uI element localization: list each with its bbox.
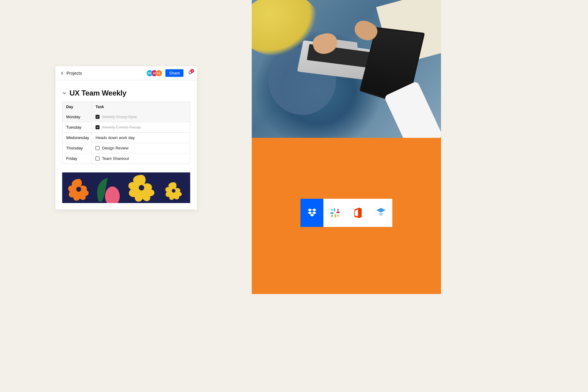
title-row: UX Team Weekly (55, 80, 197, 102)
cell-task: Weekly Group Sync (92, 112, 190, 122)
integrations-tile (300, 199, 392, 227)
task-label: Heads down work day (96, 135, 135, 140)
avatar[interactable]: CL (156, 70, 162, 77)
slack-icon (323, 199, 346, 227)
table-row: MondayWeekly Group Sync (62, 112, 190, 122)
table-header-row: Day Task (62, 102, 190, 112)
task-label: Design Review (102, 146, 129, 150)
table-row: FridayTeam Shareout (62, 153, 190, 164)
paper-icon (369, 199, 392, 227)
task-checkbox[interactable] (96, 156, 100, 160)
integrations-panel (252, 138, 441, 294)
cell-day: Monday (62, 112, 92, 122)
lifestyle-photo (252, 0, 441, 138)
chevron-down-icon[interactable] (62, 91, 66, 95)
task-label: Team Shareout (102, 156, 129, 161)
task-checkbox[interactable] (96, 125, 100, 129)
svg-point-3 (139, 185, 144, 190)
table-row: WedsnesdayHeads down work day (62, 132, 190, 143)
svg-rect-8 (336, 211, 340, 213)
document-card: Projects EMJCCL Share 3 UX Team Weekly D… (55, 66, 197, 209)
cell-task: Weekly Events Recap (92, 122, 190, 132)
task-checkbox[interactable] (96, 115, 100, 119)
office-icon (346, 199, 369, 227)
decorative-illustration (62, 172, 190, 203)
page-title: UX Team Weekly (70, 89, 126, 97)
notification-badge: 3 (190, 69, 194, 73)
cell-day: Thursday (62, 143, 92, 153)
dropbox-icon (300, 199, 323, 227)
back-chevron-icon[interactable] (60, 71, 65, 76)
svg-rect-6 (330, 212, 334, 214)
card-header: Projects EMJCCL Share 3 (55, 66, 197, 80)
task-checkbox[interactable] (96, 146, 100, 150)
cell-task: Design Review (92, 143, 190, 153)
table-row: TuesdayWeekly Events Recap (62, 122, 190, 132)
cell-day: Wedsnesday (62, 133, 92, 143)
right-pane (252, 0, 441, 294)
cell-day: Tuesday (62, 122, 92, 132)
notifications-button[interactable]: 3 (188, 70, 193, 76)
left-pane: Projects EMJCCL Share 3 UX Team Weekly D… (0, 0, 252, 294)
cell-task: Heads down work day (92, 133, 190, 143)
svg-point-4 (172, 189, 175, 193)
task-label: Weekly Group Sync (102, 115, 137, 119)
column-header-task: Task (92, 102, 190, 112)
avatar-stack[interactable]: EMJCCL (146, 70, 162, 77)
cell-day: Friday (62, 153, 92, 164)
task-label: Weekly Events Recap (102, 125, 141, 130)
breadcrumb[interactable]: Projects (66, 71, 82, 76)
svg-rect-5 (334, 208, 335, 212)
svg-point-1 (76, 187, 81, 192)
column-header-day: Day (62, 102, 92, 112)
cell-task: Team Shareout (92, 153, 190, 164)
table-row: ThursdayDesign Review (62, 143, 190, 153)
share-button[interactable]: Share (165, 69, 183, 77)
svg-rect-7 (334, 214, 336, 217)
schedule-table: Day Task MondayWeekly Group SyncTuesdayW… (62, 102, 190, 164)
